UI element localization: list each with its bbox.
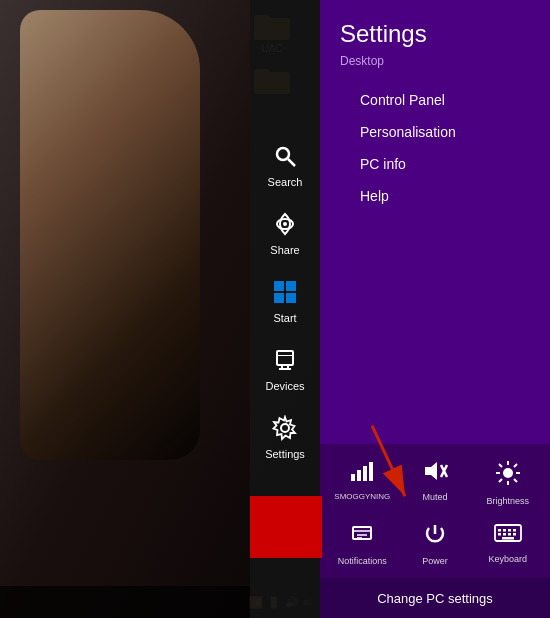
keyboard-icon (494, 522, 522, 550)
svg-rect-32 (503, 529, 506, 532)
svg-line-24 (514, 464, 517, 467)
settings-subtitle: Desktop (340, 54, 530, 68)
svg-point-9 (281, 424, 289, 432)
settings-pc-info[interactable]: PC info (340, 148, 530, 180)
settings-control-panel[interactable]: Control Panel (340, 84, 530, 116)
svg-rect-39 (513, 533, 516, 536)
muted-icon (422, 460, 448, 488)
quick-notifications[interactable]: Notifications (330, 518, 395, 570)
svg-point-0 (277, 148, 289, 160)
charm-settings-label: Settings (265, 448, 305, 460)
settings-header: Settings Desktop Control Panel Personali… (320, 0, 550, 222)
charm-share[interactable]: Share (250, 198, 320, 266)
quick-keyboard[interactable]: Keyboard (475, 518, 540, 570)
svg-rect-11 (357, 470, 361, 481)
charm-search[interactable]: Search (250, 130, 320, 198)
svg-line-1 (288, 159, 295, 166)
network-bars-icon (350, 460, 374, 488)
quick-power-label: Power (422, 556, 448, 566)
power-icon (423, 522, 447, 552)
settings-title: Settings (340, 20, 530, 48)
charm-settings[interactable]: Settings (250, 402, 320, 470)
share-icon (269, 208, 301, 240)
svg-rect-33 (508, 529, 511, 532)
quick-keyboard-label: Keyboard (488, 554, 527, 564)
svg-line-25 (499, 479, 502, 482)
svg-rect-34 (513, 529, 516, 532)
quick-network[interactable]: SMOGGYNING (330, 456, 395, 510)
svg-rect-37 (502, 537, 514, 540)
settings-personalisation[interactable]: Personalisation (340, 116, 530, 148)
devices-icon (269, 344, 301, 376)
svg-marker-14 (425, 462, 437, 480)
svg-rect-10 (351, 474, 355, 481)
charm-devices-label: Devices (265, 380, 304, 392)
settings-panel: Settings Desktop Control Panel Personali… (320, 0, 550, 618)
change-pc-settings-button[interactable]: Change PC settings (320, 578, 550, 618)
svg-rect-36 (503, 533, 506, 536)
start-icon (269, 276, 301, 308)
quick-muted-label: Muted (422, 492, 447, 502)
notifications-icon (350, 522, 374, 552)
quick-brightness-label: Brightness (486, 496, 529, 506)
svg-rect-12 (363, 466, 367, 481)
settings-help[interactable]: Help (340, 180, 530, 212)
quick-brightness[interactable]: Brightness (475, 456, 540, 510)
quick-settings: SMOGGYNING Muted (320, 444, 550, 578)
brightness-icon (495, 460, 521, 492)
figure-silhouette (20, 10, 200, 460)
charm-share-label: Share (270, 244, 299, 256)
quick-notifications-label: Notifications (338, 556, 387, 566)
charm-search-label: Search (268, 176, 303, 188)
svg-rect-4 (277, 351, 293, 365)
search-icon (269, 140, 301, 172)
svg-line-22 (499, 464, 502, 467)
settings-icon (269, 412, 301, 444)
svg-rect-31 (498, 529, 501, 532)
charm-devices[interactable]: Devices (250, 334, 320, 402)
svg-rect-38 (508, 533, 511, 536)
svg-rect-26 (353, 527, 371, 539)
charm-start-label: Start (273, 312, 296, 324)
svg-line-23 (514, 479, 517, 482)
svg-point-2 (283, 222, 287, 226)
quick-network-label: SMOGGYNING (334, 492, 390, 501)
charm-start[interactable]: Start (250, 266, 320, 334)
svg-rect-35 (498, 533, 501, 536)
svg-rect-5 (277, 355, 293, 356)
red-highlight-box (250, 496, 322, 558)
quick-power[interactable]: Power (403, 518, 468, 570)
svg-rect-13 (369, 462, 373, 481)
svg-point-17 (503, 468, 513, 478)
quick-muted[interactable]: Muted (403, 456, 468, 510)
change-pc-settings-label: Change PC settings (377, 591, 493, 606)
